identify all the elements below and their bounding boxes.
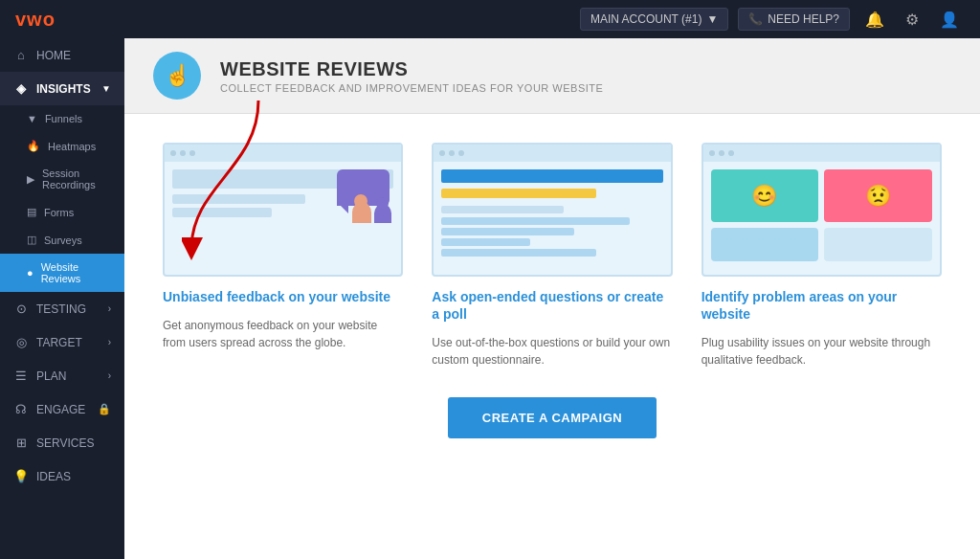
card-desc-2: Use out-of-the-box questions or build yo…: [432, 334, 672, 369]
card-image-2: [432, 143, 672, 277]
forms-icon: ▤: [27, 206, 36, 218]
pointer-icon: ☝: [165, 63, 190, 88]
sidebar-insights-label: INSIGHTS: [36, 82, 91, 96]
chevron-icon: ▼: [101, 83, 111, 94]
engage-icon: ☊: [13, 402, 29, 416]
sidebar-item-surveys[interactable]: ◫ Surveys: [0, 226, 124, 254]
home-icon: ⌂: [13, 48, 29, 62]
services-icon: ⊞: [13, 436, 29, 450]
funnels-label: Funnels: [45, 113, 82, 124]
session-icon: ▶: [27, 173, 34, 186]
forms-label: Forms: [44, 207, 74, 218]
sidebar-home-label: HOME: [36, 49, 71, 62]
plan-chevron-icon: ›: [108, 370, 111, 381]
card-desc-1: Get anonymous feedback on your website f…: [163, 317, 403, 351]
target-icon: ◎: [13, 335, 29, 349]
plan-label: PLAN: [36, 369, 66, 383]
sidebar-item-session-recordings[interactable]: ▶ Session Recordings: [0, 160, 124, 198]
phone-icon: 📞: [748, 12, 763, 26]
card-unbiased-feedback: Unbiased feedback on your website Get an…: [163, 143, 403, 369]
user-button[interactable]: 👤: [934, 9, 965, 31]
funnels-icon: ▼: [27, 113, 37, 124]
ideas-icon: 💡: [13, 469, 29, 483]
vwo-logo: vwo: [15, 9, 56, 31]
lock-icon: 🔒: [98, 403, 111, 415]
testing-label: TESTING: [36, 302, 86, 316]
card-title-3: Identify problem areas on your website: [702, 288, 942, 323]
heatmaps-icon: 🔥: [27, 140, 40, 152]
card-desc-3: Plug usability issues on your website th…: [702, 334, 942, 369]
card-image-1: [163, 143, 403, 277]
account-button[interactable]: MAIN ACCOUNT (#1) ▼: [580, 8, 728, 31]
page-title: WEBSITE REVIEWS: [220, 58, 603, 80]
card-image-3: 😊 😟: [702, 143, 942, 277]
sidebar-item-ideas[interactable]: 💡 IDEAS: [0, 459, 124, 493]
cards-row: Unbiased feedback on your website Get an…: [163, 143, 942, 369]
page-header-text: WEBSITE REVIEWS COLLECT FEEDBACK AND IMP…: [220, 58, 603, 94]
sidebar-item-testing[interactable]: ⊙ TESTING ›: [0, 292, 124, 325]
cards-area: Unbiased feedback on your website Get an…: [124, 114, 980, 559]
sidebar-item-services[interactable]: ⊞ SERVICES: [0, 426, 124, 459]
need-help-label: NEED HELP?: [768, 12, 839, 26]
sidebar-item-heatmaps[interactable]: 🔥 Heatmaps: [0, 132, 124, 160]
insights-icon: ◈: [13, 81, 29, 96]
page-header-icon: ☝: [153, 52, 201, 100]
sidebar-item-insights[interactable]: ◈ INSIGHTS ▼: [0, 72, 124, 105]
main-layout: ⌂ HOME ◈ INSIGHTS ▼ ▼ Funnels 🔥 Heatmaps…: [0, 38, 980, 559]
target-label: TARGET: [36, 336, 82, 349]
top-header: vwo MAIN ACCOUNT (#1) ▼ 📞 NEED HELP? 🔔 ⚙…: [0, 0, 980, 38]
page-content: ☝ WEBSITE REVIEWS COLLECT FEEDBACK AND I…: [124, 38, 980, 559]
ideas-label: IDEAS: [36, 470, 71, 483]
sidebar: ⌂ HOME ◈ INSIGHTS ▼ ▼ Funnels 🔥 Heatmaps…: [0, 38, 124, 559]
chevron-down-icon: ▼: [706, 12, 718, 26]
plan-icon: ☰: [13, 369, 29, 383]
testing-icon: ⊙: [13, 302, 29, 316]
smiley-happy: 😊: [711, 169, 819, 222]
create-campaign-button[interactable]: CREATE A CAMPAIGN: [448, 397, 657, 438]
card-title-2: Ask open-ended questions or create a pol…: [432, 288, 672, 323]
settings-button[interactable]: ⚙: [900, 9, 924, 31]
session-recordings-label: Session Recordings: [42, 168, 111, 190]
card-open-ended: Ask open-ended questions or create a pol…: [432, 143, 672, 369]
target-chevron-icon: ›: [108, 337, 111, 347]
account-label: MAIN ACCOUNT (#1): [590, 12, 702, 26]
need-help-button[interactable]: 📞 NEED HELP?: [738, 8, 850, 31]
header-right: MAIN ACCOUNT (#1) ▼ 📞 NEED HELP? 🔔 ⚙ 👤: [580, 8, 965, 31]
sidebar-item-plan[interactable]: ☰ PLAN ›: [0, 359, 124, 392]
surveys-label: Surveys: [44, 235, 82, 246]
person-icons: [352, 194, 391, 223]
sidebar-item-target[interactable]: ◎ TARGET ›: [0, 325, 124, 359]
heatmaps-label: Heatmaps: [48, 141, 96, 152]
surveys-icon: ◫: [27, 234, 36, 246]
engage-label: ENGAGE: [36, 403, 85, 416]
card-identify-problem: 😊 😟 Identify problem areas on your websi…: [702, 143, 942, 369]
sidebar-item-home[interactable]: ⌂ HOME: [0, 38, 124, 72]
page-subtitle: COLLECT FEEDBACK AND IMPROVEMENT IDEAS F…: [220, 82, 603, 94]
sidebar-item-website-reviews[interactable]: ● Website Reviews: [0, 254, 124, 292]
sidebar-item-forms[interactable]: ▤ Forms: [0, 198, 124, 226]
services-label: SERVICES: [36, 436, 94, 450]
website-reviews-icon: ●: [27, 267, 33, 279]
testing-chevron-icon: ›: [108, 303, 111, 314]
sidebar-item-engage[interactable]: ☊ ENGAGE 🔒: [0, 392, 124, 426]
page-header: ☝ WEBSITE REVIEWS COLLECT FEEDBACK AND I…: [124, 38, 980, 114]
website-reviews-label: Website Reviews: [41, 261, 111, 284]
color-block-light: [824, 228, 932, 261]
smiley-sad: 😟: [824, 169, 932, 222]
cta-area: CREATE A CAMPAIGN: [163, 397, 942, 438]
color-block-blue: [711, 228, 819, 261]
sidebar-item-funnels[interactable]: ▼ Funnels: [0, 105, 124, 132]
bell-button[interactable]: 🔔: [859, 9, 890, 31]
card-title-1: Unbiased feedback on your website: [163, 288, 403, 305]
